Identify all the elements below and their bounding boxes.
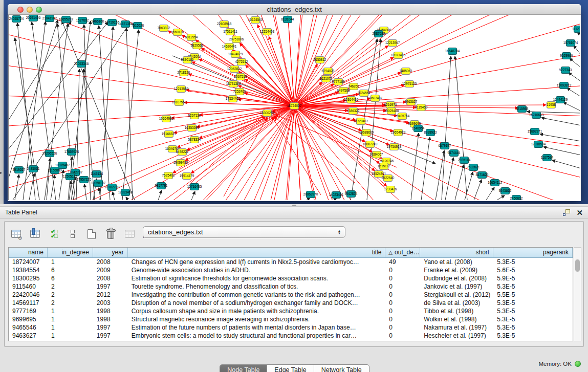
column-header-year[interactable]: year [93, 248, 128, 257]
graph-edge [563, 102, 580, 111]
graph-edge [126, 197, 128, 200]
graph-node-label: 12254403 [260, 30, 275, 33]
graph-node-label: 8938923 [424, 130, 437, 134]
table-cell: 1 [48, 258, 93, 266]
table-cell: 14569117 [9, 299, 48, 307]
graph-edge [474, 180, 482, 200]
graph-edge [71, 181, 74, 200]
table-cell: 18300295 [9, 274, 48, 282]
graph-edge [15, 174, 19, 200]
table-selector-dropdown[interactable]: citations_edges.txt ▲▼ [143, 226, 345, 238]
table-row[interactable]: 911546021997Tourette syndrome. Phenomeno… [9, 282, 573, 291]
graph-node-label: 9890166 [181, 58, 194, 61]
table-cell: 49 [385, 258, 420, 266]
table-cell: 2 [48, 282, 93, 291]
table-settings-icon[interactable]: ⚙ [10, 228, 22, 240]
graph-node-label: 15958 [547, 103, 556, 106]
graph-node-label: 17859924 [64, 150, 79, 154]
graph-node-label: 12975125 [402, 82, 417, 85]
table-cell: Jankovic et al. (1997) [420, 282, 493, 291]
float-panel-icon[interactable] [563, 209, 570, 216]
graph-edge [421, 137, 430, 200]
graph-node-label: 2935114 [458, 158, 471, 162]
delete-table-icon[interactable] [104, 228, 117, 240]
graph-node-label: 10025488 [384, 109, 399, 113]
graph-edge [294, 106, 389, 145]
graph-edge [275, 115, 397, 167]
graph-node-label: 15692971 [528, 129, 542, 133]
graph-node-label: 3215958 [516, 107, 529, 111]
graph-node-label: 7515526 [132, 24, 144, 27]
graph-node-label: 3024554 [358, 91, 371, 95]
table-cell: 1 [48, 323, 93, 332]
table-selector-value: citations_edges.txt [148, 228, 203, 236]
graph-node-label: 16210643 [529, 113, 544, 117]
table-cell: Estimation of the future numbers of pati… [128, 323, 386, 332]
graph-node-label: 12444129 [553, 98, 568, 101]
column-header-pagerank[interactable]: pagerank [493, 248, 573, 257]
graph-node-label: 16120746 [379, 159, 394, 163]
graph-node-label: 10655287 [59, 17, 74, 21]
graph-node-label: 2450612 [510, 196, 523, 200]
column-header-short[interactable]: short [420, 248, 493, 257]
network-canvas[interactable]: 2405572420691406210419821065528715276029… [8, 15, 580, 200]
table-row[interactable]: 2242004622012Investigating the contribut… [9, 291, 573, 299]
graph-node-label: 10958107 [91, 181, 106, 185]
graph-edge [455, 165, 464, 200]
table-panel-title: Table Panel [5, 207, 37, 218]
graph-node-label: 17016534 [531, 142, 546, 146]
network-window-titlebar[interactable]: citations_edges.txt [8, 4, 581, 15]
table-row[interactable]: 977716911998Corpus callosum shape and si… [9, 307, 573, 315]
memory-status-indicator[interactable] [575, 361, 581, 367]
column-header-title[interactable]: title [128, 248, 386, 257]
graph-node-label: 2485061 [27, 167, 40, 170]
graph-node-label: 9267130 [188, 114, 201, 117]
table-cell: 6 [48, 266, 93, 274]
graph-node-label: 10688609 [359, 130, 374, 134]
graph-node-label: 8131044 [281, 17, 294, 21]
graph-node-label: 9660128 [171, 30, 184, 34]
table-cell: 0 [385, 332, 420, 340]
rows-icon[interactable] [67, 228, 79, 240]
graph-node-label: 8471626 [476, 173, 489, 177]
column-header-out_de[interactable]: △out_de… [385, 248, 420, 257]
table-cell: 1998 [93, 315, 128, 323]
close-panel-icon[interactable]: ✕ [576, 207, 583, 218]
select-rows-icon[interactable]: ✔□✔□ [48, 228, 60, 240]
table-row[interactable]: 946554611997Estimation of the future num… [9, 323, 573, 332]
table-row[interactable]: 1456911722003Disruption of a novel membe… [9, 299, 573, 307]
table-toolbar: ⚙ ✔□✔□ f(x) [10, 225, 155, 243]
column-header-in_degree[interactable]: in_degree [48, 248, 93, 257]
table-scrollbar-thumb[interactable] [575, 259, 580, 272]
graph-node-label: 9115460 [415, 105, 428, 109]
graph-edge [567, 88, 580, 97]
table-scrollbar[interactable] [574, 247, 581, 341]
divider-grip-icon[interactable] [292, 205, 296, 206]
table-row[interactable]: 969969511998Structural magnetic resonanc… [9, 315, 573, 323]
graph-edge [122, 30, 139, 200]
table-cell: 0 [385, 266, 420, 274]
graph-node-label: 12093872 [557, 83, 572, 87]
graph-node-label: 10654982 [159, 117, 174, 120]
graph-node-label: 16353593 [185, 126, 200, 129]
table-row[interactable]: 1938455462009Genome-wide association stu… [9, 266, 573, 274]
table-row[interactable]: 1872400712008Changes of HCN gene express… [9, 258, 573, 266]
graph-edge [569, 73, 580, 81]
graph-node-label: 19495764 [395, 114, 410, 118]
graph-node-label: 10973493 [391, 53, 406, 57]
table-row[interactable]: 946362711997Embryonic stem cells: a mode… [9, 332, 573, 340]
column-header-name[interactable]: name [9, 248, 48, 257]
new-table-icon[interactable] [85, 228, 98, 240]
table-row[interactable]: 1830029562008Estimation of significance … [9, 274, 573, 282]
attribute-table[interactable]: namein_degreeyeartitle△out_de…shortpager… [8, 247, 573, 341]
table-cell: 5.3E-5 [493, 315, 573, 323]
panel-collapse-arrow-icon[interactable]: ▸ [0, 170, 2, 175]
graph-node-label: 9529966 [560, 54, 573, 57]
graph-node-label: 10975487 [55, 163, 70, 167]
table-cell: Tourette syndrome. Phenomenology and cla… [128, 282, 386, 291]
graph-node-label: 9466160 [92, 19, 104, 23]
graph-node-label: 4272512 [235, 60, 248, 63]
graph-node-label: 10782739 [105, 185, 120, 189]
toggle-column-icon[interactable] [29, 228, 41, 240]
graph-edge [543, 147, 580, 155]
